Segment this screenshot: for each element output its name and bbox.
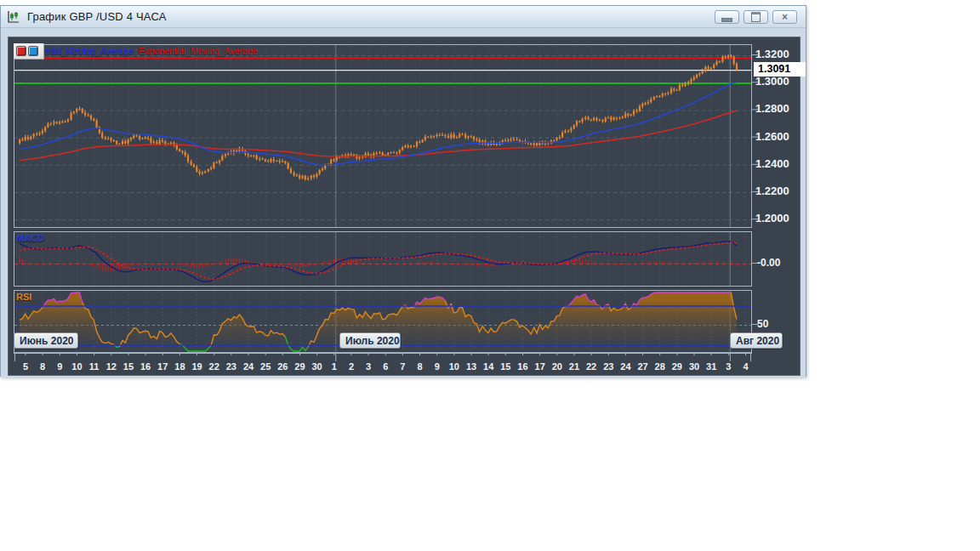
day-label: 16 bbox=[140, 361, 151, 372]
rsi-axis-label: 50 bbox=[757, 317, 768, 331]
price-tick-label: 1.2000 bbox=[755, 212, 800, 225]
day-label: 3 bbox=[366, 361, 371, 372]
day-label: 29 bbox=[672, 361, 682, 372]
day-label: 5 bbox=[23, 361, 28, 372]
price-tick-label: 1.2400 bbox=[755, 157, 800, 171]
minimize-button[interactable] bbox=[715, 10, 739, 24]
macd-panel[interactable] bbox=[14, 231, 752, 287]
day-label: 30 bbox=[689, 361, 699, 372]
month-button-july[interactable]: Июль 2020 bbox=[339, 332, 401, 349]
day-label: 9 bbox=[57, 361, 62, 372]
day-label: 10 bbox=[449, 361, 459, 372]
month-button-june[interactable]: Июнь 2020 bbox=[14, 332, 78, 349]
restore-icon bbox=[751, 12, 761, 22]
day-label: 7 bbox=[400, 361, 405, 372]
close-icon: × bbox=[782, 12, 788, 22]
indicator-buttons bbox=[14, 43, 44, 60]
macd-label: MACD bbox=[16, 233, 44, 243]
restore-button[interactable] bbox=[744, 10, 768, 24]
price-tick-label: 1.2600 bbox=[755, 130, 800, 144]
day-label: 8 bbox=[418, 361, 423, 372]
day-label: 23 bbox=[226, 361, 236, 372]
day-label: 28 bbox=[655, 361, 665, 372]
day-label: 1 bbox=[332, 361, 337, 372]
day-label: 15 bbox=[123, 361, 134, 372]
day-label: 22 bbox=[209, 361, 219, 372]
day-label: 17 bbox=[535, 361, 545, 372]
minimize-icon bbox=[721, 18, 732, 22]
macd-axis-label: -0.00 bbox=[757, 256, 780, 270]
legend-ema-slow: Exponential_Moving_Average bbox=[139, 46, 257, 56]
day-label: 27 bbox=[637, 361, 647, 372]
day-label: 15 bbox=[500, 361, 510, 372]
day-label: 24 bbox=[620, 361, 631, 372]
day-label: 19 bbox=[191, 361, 202, 372]
day-label: 3 bbox=[726, 361, 731, 372]
day-label: 22 bbox=[586, 361, 596, 372]
close-button[interactable]: × bbox=[772, 10, 797, 24]
window-title: График GBP /USD 4 ЧАСА bbox=[27, 10, 167, 23]
day-label: 24 bbox=[243, 361, 254, 372]
day-label: 16 bbox=[517, 361, 527, 372]
ema-blue-swatch-button[interactable] bbox=[28, 46, 38, 56]
day-label: 11 bbox=[89, 361, 100, 372]
window-controls: × bbox=[715, 10, 797, 24]
day-label: 6 bbox=[383, 361, 388, 372]
day-label: 10 bbox=[71, 361, 82, 372]
price-panel[interactable] bbox=[14, 44, 752, 228]
candlestick-chart-icon bbox=[7, 9, 22, 25]
day-label: 18 bbox=[174, 361, 185, 372]
day-label: 29 bbox=[294, 361, 305, 372]
indicator-legend: Exponential_Moving_Average:Exponential_M… bbox=[14, 46, 258, 56]
day-label: 26 bbox=[277, 361, 288, 372]
window-body: 5891011121516171819222324252629301236789… bbox=[1, 28, 806, 378]
day-label: 21 bbox=[569, 361, 579, 372]
time-axis: 5891011121516171819222324252629301236789… bbox=[14, 352, 758, 375]
chart-surface: 5891011121516171819222324252629301236789… bbox=[8, 37, 801, 376]
rsi-label: RSI bbox=[16, 292, 31, 302]
legend-separator: : bbox=[134, 46, 137, 56]
day-label: 2 bbox=[349, 361, 354, 372]
day-label: 17 bbox=[157, 361, 168, 372]
day-label: 8 bbox=[40, 361, 45, 372]
day-label: 9 bbox=[435, 361, 440, 372]
day-label: 12 bbox=[106, 361, 117, 372]
titlebar[interactable]: График GBP /USD 4 ЧАСА × bbox=[1, 6, 806, 28]
current-price-tag: 1.3091 bbox=[754, 62, 806, 77]
day-label: 25 bbox=[260, 361, 271, 372]
day-label: 23 bbox=[603, 361, 613, 372]
price-tick-label: 1.3000 bbox=[755, 75, 800, 88]
price-tick-label: 1.3200 bbox=[755, 48, 800, 61]
desktop: График GBP /USD 4 ЧАСА × 589101112151617… bbox=[0, 0, 980, 551]
day-label: 30 bbox=[312, 361, 322, 372]
day-label: 20 bbox=[552, 361, 562, 372]
chart-window: График GBP /USD 4 ЧАСА × 589101112151617… bbox=[0, 5, 806, 377]
day-label: 14 bbox=[483, 361, 494, 372]
day-label: 4 bbox=[743, 361, 749, 372]
month-button-aug[interactable]: Авг 2020 bbox=[730, 332, 783, 349]
price-tick-label: 1.2200 bbox=[755, 185, 800, 198]
price-tick-label: 1.2800 bbox=[755, 102, 800, 116]
day-label: 13 bbox=[466, 361, 476, 372]
ema-red-swatch-button[interactable] bbox=[16, 46, 26, 56]
day-label: 31 bbox=[706, 361, 716, 372]
